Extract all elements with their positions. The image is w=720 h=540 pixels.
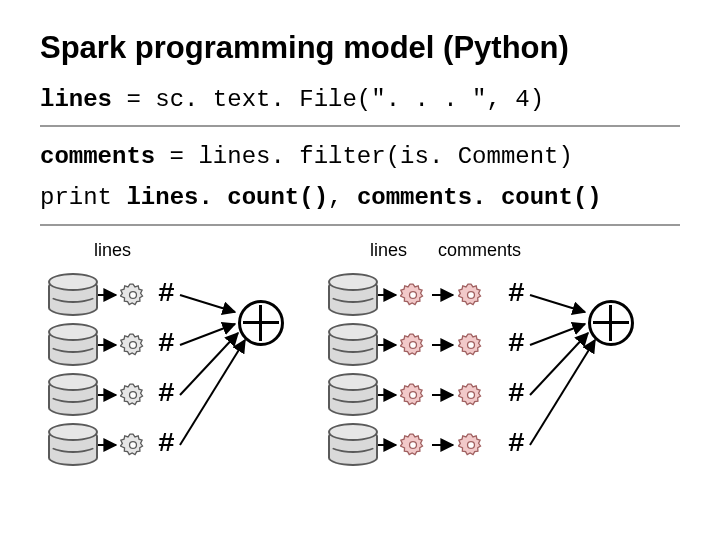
code-lhs: lines <box>40 86 112 113</box>
svg-point-26 <box>410 391 417 398</box>
svg-line-4 <box>180 295 235 312</box>
svg-line-19 <box>530 340 595 445</box>
count-hash: # <box>508 328 525 359</box>
code-rhs: lines. filter(is. Comment) <box>198 143 572 170</box>
svg-point-24 <box>410 291 417 298</box>
code-d: comments. count() <box>357 184 602 211</box>
partition-cylinder <box>328 428 378 466</box>
code-print: print <box>40 184 126 211</box>
code-rhs: sc. text. File(". . . ", 4) <box>155 86 544 113</box>
svg-point-30 <box>468 391 475 398</box>
gear-icon <box>400 382 426 408</box>
partition-cylinder <box>48 378 98 416</box>
divider <box>40 224 680 226</box>
gear-icon <box>400 432 426 458</box>
svg-point-23 <box>130 441 137 448</box>
code-line-3: print lines. count(), comments. count() <box>40 182 680 213</box>
code-line-2: comments = lines. filter(is. Comment) <box>40 141 680 172</box>
sum-icon <box>238 300 284 346</box>
label-lines-left: lines <box>94 240 131 261</box>
partition-cylinder <box>48 428 98 466</box>
gear-icon <box>120 332 146 358</box>
gear-icon <box>120 432 146 458</box>
svg-point-25 <box>410 341 417 348</box>
svg-line-6 <box>180 333 238 395</box>
gear-icon <box>458 382 484 408</box>
partition-cylinder <box>328 328 378 366</box>
svg-line-16 <box>530 295 585 312</box>
code-line-1: lines = sc. text. File(". . . ", 4) <box>40 84 680 115</box>
svg-point-21 <box>130 341 137 348</box>
svg-line-5 <box>180 324 235 345</box>
svg-point-27 <box>410 441 417 448</box>
svg-point-29 <box>468 341 475 348</box>
count-hash: # <box>508 428 525 459</box>
gear-icon <box>458 282 484 308</box>
code-b: lines. count() <box>126 184 328 211</box>
partition-cylinder <box>48 328 98 366</box>
svg-point-31 <box>468 441 475 448</box>
svg-point-20 <box>130 291 137 298</box>
code-lhs: comments <box>40 143 155 170</box>
svg-line-18 <box>530 333 588 395</box>
svg-line-17 <box>530 324 585 345</box>
gear-icon <box>458 432 484 458</box>
code-c: , <box>328 184 357 211</box>
label-lines-right: lines <box>370 240 407 261</box>
svg-point-28 <box>468 291 475 298</box>
label-comments-right: comments <box>438 240 521 261</box>
count-hash: # <box>158 378 175 409</box>
gear-icon <box>400 282 426 308</box>
code-eq: = <box>155 143 198 170</box>
partition-cylinder <box>48 278 98 316</box>
svg-point-22 <box>130 391 137 398</box>
gear-icon <box>120 282 146 308</box>
count-hash: # <box>158 278 175 309</box>
partition-cylinder <box>328 378 378 416</box>
slide-title: Spark programming model (Python) <box>40 30 680 66</box>
partition-cylinder <box>328 278 378 316</box>
gear-icon <box>400 332 426 358</box>
sum-icon <box>588 300 634 346</box>
count-hash: # <box>158 428 175 459</box>
code-eq: = <box>112 86 155 113</box>
count-hash: # <box>158 328 175 359</box>
gear-icon <box>120 382 146 408</box>
svg-line-7 <box>180 340 245 445</box>
gear-icon <box>458 332 484 358</box>
divider <box>40 125 680 127</box>
count-hash: # <box>508 378 525 409</box>
diagram: lines lines comments <box>40 240 680 520</box>
count-hash: # <box>508 278 525 309</box>
